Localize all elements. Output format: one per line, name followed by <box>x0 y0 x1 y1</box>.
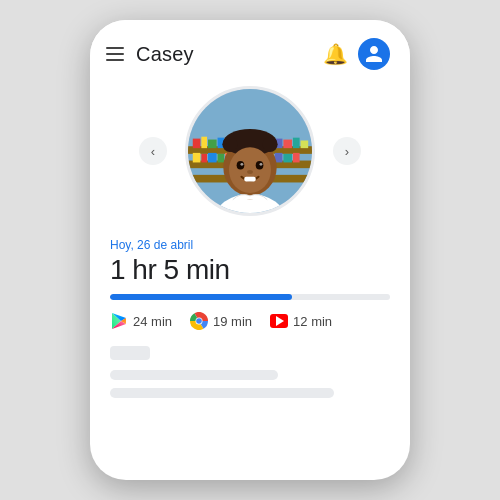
svg-rect-30 <box>293 153 300 163</box>
play-store-time: 24 min <box>133 314 172 329</box>
svg-point-38 <box>237 161 245 170</box>
app-usage-play: 24 min <box>110 312 172 330</box>
svg-point-36 <box>262 137 277 152</box>
app-usage-youtube: 12 min <box>270 312 332 330</box>
svg-point-39 <box>256 161 264 170</box>
svg-rect-42 <box>244 177 255 182</box>
svg-rect-6 <box>208 140 217 149</box>
bell-icon[interactable]: 🔔 <box>323 42 348 66</box>
bottom-placeholder <box>90 338 410 410</box>
profile-avatar <box>185 86 315 216</box>
user-icon <box>364 44 384 64</box>
phone-shell: Casey 🔔 ‹ <box>90 20 410 480</box>
svg-rect-16 <box>293 138 300 148</box>
carousel-next-button[interactable]: › <box>333 137 361 165</box>
time-total: 1 hr 5 min <box>110 254 390 286</box>
youtube-icon <box>270 312 288 330</box>
svg-point-35 <box>222 137 237 152</box>
youtube-time: 12 min <box>293 314 332 329</box>
svg-rect-5 <box>201 137 207 148</box>
svg-rect-21 <box>218 154 225 163</box>
header: Casey 🔔 <box>90 20 410 80</box>
date-label: Hoy, 26 de abril <box>110 238 390 252</box>
svg-point-43 <box>247 170 253 174</box>
placeholder-line-1 <box>110 370 278 380</box>
progress-bar-fill <box>110 294 292 300</box>
svg-rect-19 <box>201 154 207 163</box>
svg-point-50 <box>196 318 202 324</box>
app-usage-chrome: 19 min <box>190 312 252 330</box>
header-icons: 🔔 <box>323 38 390 70</box>
progress-bar <box>110 294 390 300</box>
chrome-time: 19 min <box>213 314 252 329</box>
svg-rect-29 <box>283 154 292 163</box>
svg-rect-18 <box>193 153 201 163</box>
svg-rect-4 <box>193 139 201 149</box>
svg-rect-17 <box>301 141 309 149</box>
user-account-button[interactable] <box>358 38 390 70</box>
profile-section: ‹ <box>90 80 410 226</box>
svg-rect-15 <box>283 140 292 149</box>
svg-point-40 <box>240 163 243 166</box>
placeholder-line-2 <box>110 388 334 398</box>
play-store-icon <box>110 312 128 330</box>
placeholder-label <box>110 346 150 360</box>
menu-icon[interactable] <box>106 47 124 61</box>
chrome-icon <box>190 312 208 330</box>
carousel-row: ‹ <box>90 86 410 216</box>
app-usage-row: 24 min 19 min <box>110 312 390 330</box>
stats-section: Hoy, 26 de abril 1 hr 5 min <box>90 226 410 338</box>
svg-rect-20 <box>208 153 217 163</box>
carousel-prev-button[interactable]: ‹ <box>139 137 167 165</box>
profile-image <box>188 86 312 216</box>
page-title: Casey <box>136 43 323 66</box>
svg-point-41 <box>260 163 263 166</box>
